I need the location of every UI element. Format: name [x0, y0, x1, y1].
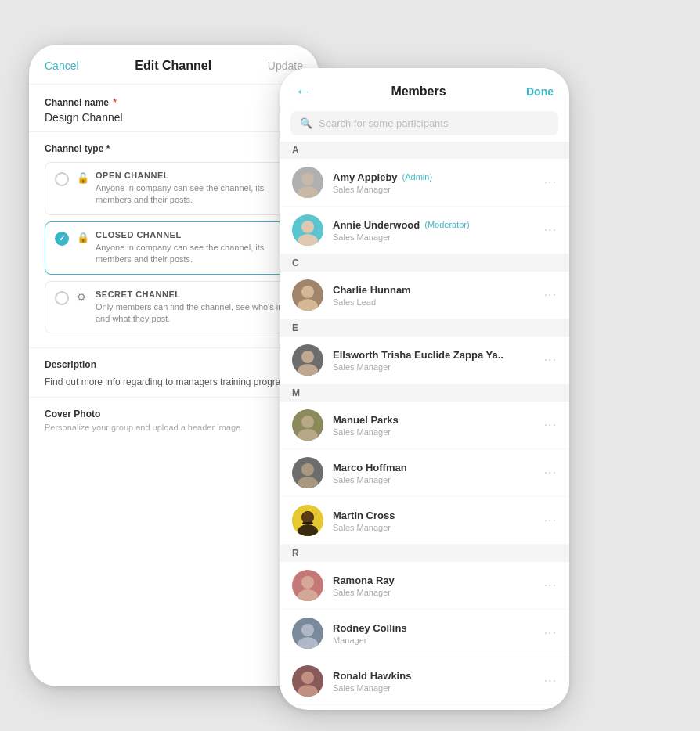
section-c: C — [280, 254, 569, 272]
avatar — [292, 457, 323, 488]
member-role: Sales Manager — [333, 588, 544, 597]
member-role: Sales Manager — [333, 683, 544, 693]
search-bar[interactable]: 🔍 Search for some participants — [290, 111, 558, 135]
open-channel-name: OPEN CHANNEL — [96, 171, 293, 180]
svg-point-10 — [301, 463, 314, 476]
secret-channel-option[interactable]: ⚙ SECRET CHANNEL Only members can find t… — [45, 281, 303, 334]
more-options-icon[interactable]: ··· — [544, 466, 557, 480]
open-channel-radio[interactable] — [55, 172, 69, 186]
secret-channel-desc: Only members can find the channel, see w… — [96, 301, 293, 326]
member-name: Ellsworth Trisha Euclide Zappa Ya.. — [333, 349, 503, 361]
svg-point-21 — [301, 672, 314, 684]
channel-name-value[interactable]: Design Channel — [45, 111, 303, 124]
member-row[interactable]: Ramona Ray Sales Manager ··· — [280, 562, 569, 610]
search-icon: 🔍 — [300, 117, 312, 129]
more-options-icon[interactable]: ··· — [544, 578, 557, 592]
more-options-icon[interactable]: ··· — [544, 223, 557, 237]
member-row[interactable]: Amy Appleby (Admin) Sales Manager ··· — [280, 159, 569, 207]
member-name: Ronald Hawkins — [333, 670, 411, 682]
search-placeholder: Search for some participants — [319, 117, 448, 129]
avatar — [292, 618, 323, 649]
back-button[interactable]: ← — [295, 82, 311, 100]
avatar — [292, 279, 323, 311]
member-row[interactable]: Annie Underwood (Moderator) Sales Manage… — [280, 207, 569, 254]
member-role: Sales Manager — [333, 362, 544, 372]
closed-channel-radio[interactable] — [55, 232, 69, 246]
svg-point-19 — [301, 624, 314, 636]
lock-closed-icon: 🔒 — [77, 232, 89, 244]
more-options-icon[interactable]: ··· — [544, 626, 557, 640]
member-row[interactable]: Ellsworth Trisha Euclide Zappa Ya.. Sale… — [280, 337, 569, 384]
done-button[interactable]: Done — [526, 85, 554, 98]
member-row[interactable]: Marco Hoffman Sales Manager ··· — [280, 449, 569, 497]
channel-name-section: Channel name * Design Channel — [29, 85, 319, 132]
channel-type-section: Channel type * 🔓 OPEN CHANNEL Anyone in … — [29, 132, 319, 348]
svg-point-6 — [301, 351, 314, 363]
cover-photo-desc: Personalize your group and upload a head… — [45, 423, 303, 432]
member-row[interactable]: Charlie Hunnam Sales Lead ··· — [280, 272, 569, 319]
more-options-icon[interactable]: ··· — [544, 175, 557, 189]
cover-photo-section: Cover Photo Personalize your group and u… — [29, 398, 319, 440]
edit-channel-phone: Cancel Edit Channel Update Channel name … — [29, 45, 319, 686]
member-name: Amy Appleby — [333, 171, 398, 183]
member-role: Sales Manager — [333, 185, 544, 194]
avatar — [292, 344, 323, 376]
cover-photo-label: Cover Photo — [45, 409, 303, 420]
svg-point-1 — [298, 186, 318, 198]
secret-channel-radio[interactable] — [55, 291, 69, 305]
member-name: Annie Underwood — [333, 219, 420, 231]
admin-badge: (Admin) — [402, 172, 433, 182]
member-role: Sales Manager — [333, 475, 544, 484]
member-name: Martin Cross — [333, 510, 395, 521]
member-name: Manuel Parks — [333, 414, 399, 426]
members-header: ← Members Done — [280, 68, 569, 111]
member-role: Manager — [333, 636, 544, 645]
members-content: ← Members Done 🔍 Search for some partici… — [280, 68, 569, 710]
member-row[interactable]: Rodney Collins Manager ··· — [280, 610, 569, 657]
svg-point-0 — [301, 173, 314, 185]
channel-name-label: Channel name * — [45, 97, 303, 108]
more-options-icon[interactable]: ··· — [544, 513, 557, 528]
section-e: E — [280, 319, 569, 337]
svg-point-7 — [298, 364, 318, 376]
gear-icon: ⚙ — [77, 291, 89, 304]
edit-channel-title: Edit Channel — [135, 59, 211, 73]
closed-channel-option[interactable]: 🔒 CLOSED CHANNEL Anyone in company can s… — [45, 221, 303, 275]
svg-point-11 — [298, 477, 318, 488]
avatar — [292, 665, 323, 697]
svg-rect-16 — [302, 522, 313, 524]
member-name: Marco Hoffman — [333, 462, 407, 474]
channel-type-label: Channel type * — [45, 143, 303, 154]
svg-point-9 — [298, 429, 318, 441]
svg-point-15 — [302, 512, 313, 523]
svg-point-17 — [301, 576, 314, 589]
more-options-icon[interactable]: ··· — [544, 418, 557, 432]
members-phone: ← Members Done 🔍 Search for some partici… — [280, 68, 569, 710]
cancel-button[interactable]: Cancel — [45, 59, 79, 72]
section-a: A — [280, 142, 569, 159]
section-m: M — [280, 384, 569, 402]
more-options-icon[interactable]: ··· — [544, 674, 557, 688]
avatar — [292, 214, 323, 246]
member-name: Ramona Ray — [333, 574, 395, 586]
description-label: Description — [45, 359, 303, 370]
member-row[interactable]: Manuel Parks Sales Manager ··· — [280, 402, 569, 449]
member-row[interactable]: Ronald Hawkins Sales Manager ··· — [280, 657, 569, 705]
svg-point-20 — [298, 637, 318, 649]
more-options-icon[interactable]: ··· — [544, 353, 557, 367]
moderator-badge: (Moderator) — [424, 220, 469, 229]
more-options-icon[interactable]: ··· — [544, 288, 557, 302]
open-channel-desc: Anyone in company can see the channel, i… — [96, 182, 293, 207]
phones-container: Cancel Edit Channel Update Channel name … — [13, 21, 687, 710]
svg-point-2 — [301, 221, 314, 233]
svg-point-3 — [298, 234, 318, 246]
avatar — [292, 409, 323, 441]
member-name: Rodney Collins — [333, 622, 407, 634]
description-section: Description Find out more info regarding… — [29, 348, 319, 398]
member-row[interactable]: Martin Cross Sales Manager ··· — [280, 497, 569, 545]
member-role: Sales Lead — [333, 297, 544, 307]
svg-point-22 — [298, 685, 318, 697]
secret-channel-name: SECRET CHANNEL — [96, 290, 293, 299]
description-text[interactable]: Find out more info regarding to managers… — [45, 375, 303, 389]
open-channel-option[interactable]: 🔓 OPEN CHANNEL Anyone in company can see… — [45, 162, 303, 215]
